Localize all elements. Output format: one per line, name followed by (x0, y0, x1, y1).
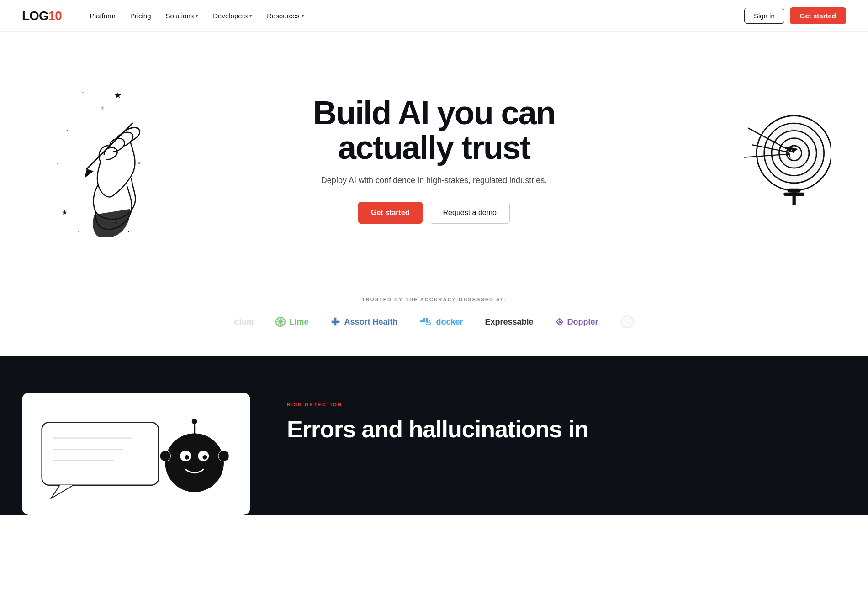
logo-partial-right (620, 315, 634, 329)
trusted-section: TRUSTED BY THE ACCURACY-OBSESSED AT: diu… (0, 278, 868, 356)
dark-text-content: RISK DETECTION Errors and hallucinations… (287, 393, 846, 442)
dark-section-title: Errors and hallucinations in (287, 416, 846, 442)
dark-section-label: RISK DETECTION (287, 402, 846, 407)
svg-text:•: • (128, 230, 129, 234)
svg-rect-50 (426, 318, 428, 320)
svg-point-64 (160, 451, 171, 461)
svg-point-54 (621, 316, 633, 328)
logo-assort-health: Assort Health (330, 317, 397, 327)
lime-icon (275, 317, 286, 327)
getstarted-nav-button[interactable]: Get started (790, 7, 846, 24)
doppler-icon (556, 318, 564, 326)
nav-actions: Sign in Get started (744, 7, 846, 24)
nav-links: Platform Pricing Solutions ▾ Developers … (84, 8, 744, 23)
logo-text: LOG (22, 9, 48, 23)
hero-subtitle: Deploy AI with confidence in high-stakes… (288, 176, 580, 185)
nav-solutions[interactable]: Solutions ▾ (159, 8, 205, 23)
chevron-down-icon: ▾ (249, 13, 252, 19)
svg-point-59 (165, 434, 224, 492)
svg-point-63 (202, 455, 207, 460)
chevron-down-icon: ▾ (196, 13, 198, 19)
logo-doppler: Doppler (556, 317, 598, 327)
logo[interactable]: LOG10 (22, 9, 62, 23)
docker-icon (419, 317, 432, 327)
svg-marker-11 (85, 169, 94, 178)
svg-rect-49 (423, 318, 425, 320)
svg-point-65 (218, 451, 229, 461)
svg-point-53 (558, 321, 561, 323)
svg-text:•: • (57, 161, 58, 165)
nav-developers[interactable]: Developers ▾ (206, 8, 259, 23)
logo-expressable: Expressable (485, 317, 533, 327)
svg-point-62 (185, 455, 189, 460)
hero-demo-button[interactable]: Request a demo (430, 202, 510, 224)
partial-circle-icon (620, 315, 634, 329)
navbar: LOG10 Platform Pricing Solutions ▾ Devel… (0, 0, 868, 32)
svg-rect-47 (423, 320, 425, 322)
svg-rect-45 (334, 318, 336, 325)
hero-title: Build AI you can actually trust (288, 96, 580, 165)
hero-section: ★ ★ • • • ★ ★ ★ • • (0, 32, 868, 278)
svg-rect-35 (793, 189, 796, 205)
chevron-down-icon: ▾ (302, 13, 304, 19)
hero-buttons: Get started Request a demo (288, 202, 580, 224)
dark-section: RISK DETECTION Errors and hallucinations… (0, 356, 868, 515)
dark-card-illustration (22, 393, 250, 515)
svg-rect-51 (426, 323, 431, 324)
nav-platform[interactable]: Platform (84, 8, 122, 23)
nav-resources[interactable]: Resources ▾ (260, 8, 311, 23)
hero-illustration-right (740, 105, 831, 205)
svg-text:•: • (82, 90, 84, 94)
svg-text:★: ★ (101, 105, 105, 110)
logos-row: dium Lime Assort Health (22, 315, 846, 329)
trusted-label: TRUSTED BY THE ACCURACY-OBSESSED AT: (22, 297, 846, 302)
logo-lime: Lime (275, 317, 308, 327)
hero-content: Build AI you can actually trust Deploy A… (288, 96, 580, 224)
svg-text:★: ★ (114, 91, 122, 100)
logo-dium: dium (234, 317, 254, 327)
assort-icon (330, 317, 340, 327)
logo-number: 10 (48, 9, 62, 23)
logo-docker: docker (419, 317, 463, 327)
signin-button[interactable]: Sign in (744, 8, 784, 24)
svg-rect-55 (42, 422, 159, 485)
svg-text:★: ★ (137, 160, 141, 165)
nav-pricing[interactable]: Pricing (124, 8, 158, 23)
svg-text:★: ★ (62, 209, 68, 216)
svg-rect-48 (426, 320, 428, 322)
svg-point-52 (429, 320, 430, 322)
hero-getstarted-button[interactable]: Get started (358, 202, 422, 224)
svg-text:•: • (78, 230, 79, 233)
hero-illustration-left: ★ ★ • • • ★ ★ ★ • • (37, 82, 155, 228)
svg-text:•: • (66, 128, 68, 133)
svg-point-67 (192, 419, 197, 424)
